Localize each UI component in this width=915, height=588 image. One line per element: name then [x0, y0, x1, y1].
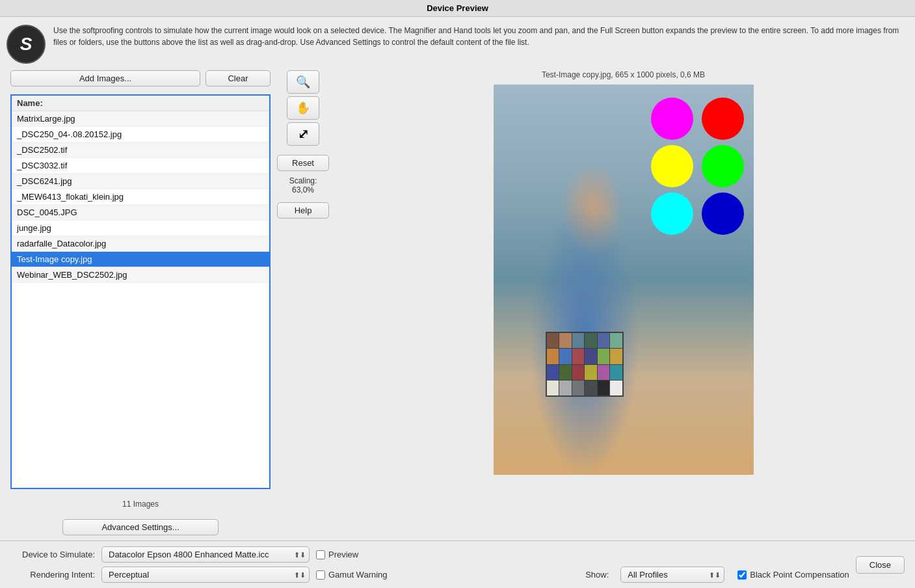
- app-logo: S: [7, 25, 46, 64]
- file-list-item[interactable]: radarfalle_Datacolor.jpg: [12, 236, 269, 252]
- color-swatch: [598, 365, 610, 380]
- left-panel: Add Images... Clear Name: MatrixLarge.jp…: [10, 70, 271, 541]
- file-list-item[interactable]: Webinar_WEB_DSC2502.jpg: [12, 267, 269, 283]
- hand-tool-button[interactable]: ✋: [287, 96, 319, 120]
- file-list-item[interactable]: _DSC6241.jpg: [12, 174, 269, 189]
- rendering-intent-select-container: Perceptual Relative Colorimetric Saturat…: [101, 567, 310, 583]
- controls-column: Device to Simulate: Datacolor Epson 4800…: [10, 546, 579, 583]
- color-swatch: [598, 349, 610, 364]
- show-row: Show: All Profiles Selected Profile ⬆⬇ B…: [585, 567, 849, 583]
- show-select-container: All Profiles Selected Profile ⬆⬇: [620, 567, 724, 583]
- file-list-item[interactable]: junge.jpg: [12, 220, 269, 236]
- magenta-circle: [651, 98, 693, 140]
- green-circle: [702, 145, 744, 187]
- rendering-intent-label: Rendering Intent:: [10, 570, 95, 580]
- window-title: Device Preview: [427, 3, 488, 13]
- close-button[interactable]: Close: [856, 556, 905, 574]
- file-list-item[interactable]: _DSC3032.tif: [12, 158, 269, 174]
- color-swatch: [610, 333, 622, 348]
- fullscreen-icon: ⤢: [298, 126, 309, 142]
- file-list-item[interactable]: _MEW6413_flokati_klein.jpg: [12, 189, 269, 205]
- device-simulate-select[interactable]: Datacolor Epson 4800 Enhanced Matte.icc: [101, 546, 310, 563]
- yellow-circle: [651, 145, 693, 187]
- color-swatch: [559, 349, 572, 364]
- image-info-title: Test-Image copy.jpg, 665 x 1000 pixels, …: [542, 70, 705, 79]
- magnifier-icon: 🔍: [296, 75, 310, 89]
- clear-button[interactable]: Clear: [206, 70, 271, 87]
- gamut-warning-label: Gamut Warning: [328, 570, 388, 580]
- color-swatch: [559, 381, 572, 395]
- rendering-intent-select[interactable]: Perceptual Relative Colorimetric Saturat…: [101, 567, 310, 583]
- hand-icon: ✋: [296, 101, 310, 115]
- bottom-right: Close: [856, 556, 905, 574]
- advanced-settings-button[interactable]: Advanced Settings...: [62, 519, 219, 535]
- color-swatch: [598, 381, 610, 395]
- device-simulate-select-container: Datacolor Epson 4800 Enhanced Matte.icc …: [101, 546, 310, 563]
- magnifier-tool-button[interactable]: 🔍: [287, 70, 319, 94]
- color-swatch: [610, 365, 622, 380]
- color-swatch-grid: [546, 332, 624, 397]
- scaling-value: 63,0%: [289, 185, 317, 194]
- show-label: Show:: [585, 570, 609, 580]
- center-tools: 🔍 ✋ ⤢ Reset Scaling: 63,0% Help: [271, 70, 336, 541]
- color-swatch: [572, 349, 585, 364]
- blue-circle: [702, 193, 744, 235]
- title-bar: Device Preview: [0, 0, 915, 17]
- device-simulate-row: Device to Simulate: Datacolor Epson 4800…: [10, 546, 579, 563]
- color-swatch: [559, 333, 572, 348]
- color-swatch: [585, 365, 597, 380]
- color-swatch: [547, 381, 559, 395]
- file-list: Name: MatrixLarge.jpg_DSC250_04-.08.2015…: [10, 94, 271, 489]
- bottom-bar: Device to Simulate: Datacolor Epson 4800…: [0, 541, 915, 588]
- color-circles-overlay: [651, 98, 747, 235]
- color-swatch: [572, 381, 585, 395]
- preview-label: Preview: [328, 550, 358, 559]
- description-section: S Use the softproofing controls to simul…: [0, 17, 915, 70]
- color-swatch: [572, 333, 585, 348]
- rendering-intent-row: Rendering Intent: Perceptual Relative Co…: [10, 567, 579, 583]
- scaling-label: Scaling:: [289, 176, 317, 185]
- advanced-btn-row: Advanced Settings...: [10, 519, 271, 541]
- reset-button[interactable]: Reset: [277, 155, 329, 171]
- file-list-header: Name:: [12, 96, 269, 111]
- preview-checkbox[interactable]: [316, 550, 325, 559]
- gamut-warning-checkbox[interactable]: [316, 570, 325, 580]
- color-swatch: [585, 333, 597, 348]
- color-swatch: [572, 365, 585, 380]
- color-swatch: [547, 349, 559, 364]
- color-swatch: [610, 349, 622, 364]
- device-simulate-label: Device to Simulate:: [10, 550, 95, 559]
- color-swatch: [547, 365, 559, 380]
- add-images-button[interactable]: Add Images...: [10, 70, 200, 87]
- color-swatch: [585, 381, 597, 395]
- color-swatch: [598, 333, 610, 348]
- file-list-item[interactable]: _DSC250_04-.08.20152.jpg: [12, 127, 269, 142]
- color-swatch: [585, 349, 597, 364]
- show-select[interactable]: All Profiles Selected Profile: [620, 567, 724, 583]
- color-swatch: [610, 381, 622, 395]
- fullscreen-tool-button[interactable]: ⤢: [287, 122, 319, 146]
- black-point-label: Black Point Compensation: [750, 570, 849, 580]
- cyan-circle: [651, 193, 693, 235]
- file-list-item[interactable]: DSC_0045.JPG: [12, 205, 269, 220]
- image-count: 11 Images: [10, 494, 271, 514]
- preview-checkbox-label[interactable]: Preview: [316, 550, 358, 559]
- red-circle: [702, 98, 744, 140]
- scaling-info: Scaling: 63,0%: [289, 176, 317, 194]
- color-swatch: [559, 365, 572, 380]
- black-point-checkbox-label[interactable]: Black Point Compensation: [737, 570, 849, 580]
- file-button-row: Add Images... Clear: [10, 70, 271, 87]
- color-swatch: [547, 333, 559, 348]
- file-list-item[interactable]: MatrixLarge.jpg: [12, 111, 269, 127]
- black-point-checkbox[interactable]: [737, 570, 747, 580]
- gamut-warning-checkbox-label[interactable]: Gamut Warning: [316, 570, 388, 580]
- help-button[interactable]: Help: [277, 202, 329, 219]
- description-text: Use the softproofing controls to simulat…: [53, 25, 902, 48]
- preview-image: [494, 85, 754, 475]
- preview-image-container: [494, 85, 754, 541]
- right-panel: Test-Image copy.jpg, 665 x 1000 pixels, …: [336, 70, 905, 541]
- file-list-item[interactable]: Test-Image copy.jpg: [12, 252, 269, 267]
- file-list-item[interactable]: _DSC2502.tif: [12, 142, 269, 158]
